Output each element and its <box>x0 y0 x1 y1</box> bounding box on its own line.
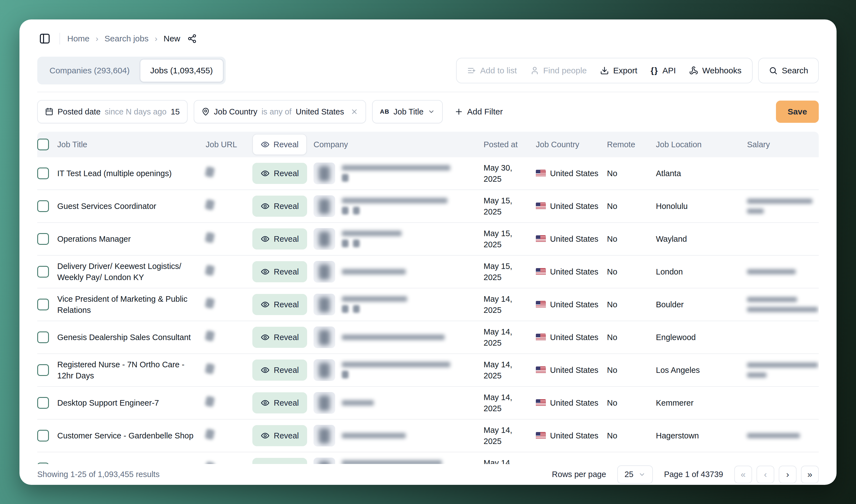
posted-at-cell: May 30, 2025 <box>484 162 536 184</box>
find-people-button[interactable]: Find people <box>530 66 587 75</box>
header-posted-at[interactable]: Posted at <box>484 140 536 149</box>
job-location-cell: Wayland <box>656 233 747 245</box>
job-location-cell: Hagerstown <box>656 430 747 441</box>
posted-at-cell: May 14, 2025 <box>484 326 536 348</box>
reveal-button[interactable]: Reveal <box>252 261 307 282</box>
table-row[interactable]: Genesis Dealership Sales Consultant Reve… <box>37 321 819 354</box>
pagination: « ‹ › » <box>734 466 819 483</box>
tab-jobs[interactable]: Jobs (1,093,455) <box>140 59 224 82</box>
posted-at-cell: May 15, 2025 <box>484 195 536 217</box>
reveal-button[interactable]: Reveal <box>252 392 307 413</box>
company-cell <box>314 457 484 464</box>
job-title-cell: Genesis Dealership Sales Consultant <box>57 332 206 343</box>
reveal-button[interactable]: Reveal <box>252 458 307 464</box>
header-job-country[interactable]: Job Country <box>536 140 607 149</box>
job-title-cell: Customer Service - Gardenbelle Shop <box>57 430 206 441</box>
job-url-redacted-icon[interactable] <box>205 297 215 309</box>
table-row[interactable]: Desktop Support Engineer-7 Reveal May 14… <box>37 387 819 419</box>
row-checkbox[interactable] <box>37 397 49 409</box>
job-url-redacted-icon[interactable] <box>205 461 215 464</box>
api-button[interactable]: {} API <box>650 66 676 75</box>
divider <box>59 33 60 44</box>
filter-job-country[interactable]: Job Country is any of United States <box>194 100 366 123</box>
table-row[interactable]: Adjunct in Environmental Reveal May 14, … <box>37 452 819 464</box>
job-url-redacted-icon[interactable] <box>205 396 215 407</box>
company-link-redacted-icon <box>342 305 349 313</box>
table-row[interactable]: Guest Services Coordinator Reveal May 15… <box>37 190 819 223</box>
reveal-all-button[interactable]: Reveal <box>252 134 307 155</box>
sidebar-toggle-button[interactable] <box>37 31 52 46</box>
eye-icon <box>261 202 270 211</box>
search-button[interactable]: Search <box>758 58 819 83</box>
table-row[interactable]: Delivery Driver/ Keewest Logistics/ Week… <box>37 256 819 288</box>
reveal-button[interactable]: Reveal <box>252 327 307 348</box>
row-checkbox[interactable] <box>37 331 49 343</box>
us-flag-icon <box>536 366 546 374</box>
job-location-cell: Los Angeles <box>656 364 747 376</box>
header-salary[interactable]: Salary <box>747 140 819 149</box>
header-company[interactable]: Company <box>314 140 484 149</box>
row-checkbox[interactable] <box>37 167 49 179</box>
salary-cell <box>747 363 819 378</box>
reveal-button[interactable]: Reveal <box>252 360 307 381</box>
reveal-button[interactable]: Reveal <box>252 425 307 446</box>
save-button[interactable]: Save <box>776 101 819 123</box>
us-flag-icon <box>536 301 546 308</box>
webhooks-button[interactable]: Webhooks <box>689 66 742 75</box>
filter-posted-date[interactable]: Posted date since N days ago 15 <box>37 100 188 123</box>
reveal-button[interactable]: Reveal <box>252 196 307 217</box>
company-name-redacted <box>342 296 407 302</box>
chevron-right-icon: › <box>155 34 157 43</box>
table-row[interactable]: Customer Service - Gardenbelle Shop Reve… <box>37 419 819 452</box>
add-filter-button[interactable]: Add Filter <box>453 107 504 117</box>
job-url-redacted-icon[interactable] <box>205 330 215 341</box>
job-url-redacted-icon[interactable] <box>205 363 215 374</box>
header-job-url[interactable]: Job URL <box>206 140 252 149</box>
job-url-redacted-icon[interactable] <box>205 428 215 440</box>
row-checkbox[interactable] <box>37 299 49 310</box>
header-job-title[interactable]: Job Title <box>57 140 206 149</box>
header-remote[interactable]: Remote <box>607 140 656 149</box>
add-to-list-button[interactable]: Add to list <box>467 66 517 75</box>
row-checkbox[interactable] <box>37 364 49 376</box>
reveal-button[interactable]: Reveal <box>252 294 307 315</box>
job-url-redacted-icon[interactable] <box>205 199 215 210</box>
table-row[interactable]: Vice President of Marketing & Public Rel… <box>37 288 819 321</box>
table-row[interactable]: Registered Nurse - 7N Ortho Care - 12hr … <box>37 354 819 387</box>
job-url-redacted-icon[interactable] <box>205 265 215 276</box>
reveal-button[interactable]: Reveal <box>252 228 307 250</box>
last-page-button[interactable]: » <box>801 466 819 483</box>
reveal-button[interactable]: Reveal <box>252 163 307 184</box>
select-all-checkbox[interactable] <box>37 139 49 150</box>
tab-companies[interactable]: Companies (293,604) <box>39 59 140 82</box>
share-icon[interactable] <box>187 34 197 43</box>
breadcrumb-search-jobs[interactable]: Search jobs <box>105 34 148 43</box>
search-icon <box>769 66 778 75</box>
filter-job-title[interactable]: AB Job Title <box>372 100 443 123</box>
breadcrumb-home[interactable]: Home <box>67 34 89 43</box>
row-checkbox[interactable] <box>37 233 49 245</box>
row-checkbox[interactable] <box>37 430 49 442</box>
first-page-button[interactable]: « <box>734 466 752 483</box>
ab-text-icon: AB <box>380 108 389 115</box>
filter-bar: Posted date since N days ago 15 Job Coun… <box>37 92 819 132</box>
header-job-location[interactable]: Job Location <box>656 140 747 149</box>
us-flag-icon <box>536 202 546 210</box>
table-row[interactable]: Operations Manager Reveal May 15, 2025 U… <box>37 223 819 256</box>
company-cell <box>314 261 484 283</box>
remove-filter-icon[interactable] <box>351 108 358 115</box>
next-page-button[interactable]: › <box>779 466 797 483</box>
list-plus-icon <box>467 66 476 75</box>
table-body: IT Test Lead (multiple openings) Reveal … <box>37 157 819 464</box>
row-checkbox[interactable] <box>37 266 49 277</box>
table-row[interactable]: IT Test Lead (multiple openings) Reveal … <box>37 157 819 190</box>
rows-per-page-select[interactable]: 25 <box>617 465 653 484</box>
row-checkbox[interactable] <box>37 200 49 212</box>
job-url-redacted-icon[interactable] <box>205 232 215 243</box>
table-footer: Showing 1-25 of 1,093,455 results Rows p… <box>37 464 819 485</box>
download-icon <box>600 66 609 75</box>
export-button[interactable]: Export <box>600 66 637 75</box>
prev-page-button[interactable]: ‹ <box>756 466 774 483</box>
company-logo-redacted <box>314 457 335 464</box>
job-url-redacted-icon[interactable] <box>205 166 215 178</box>
